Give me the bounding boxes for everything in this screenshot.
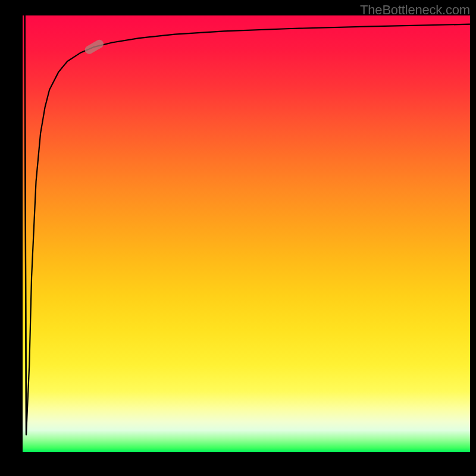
watermark-text: TheBottleneck.com [360, 2, 470, 18]
curve-marker [83, 38, 105, 55]
curve-line [25, 15, 470, 435]
chart-curve-layer [23, 15, 470, 452]
svg-rect-0 [83, 38, 105, 55]
spike-line [24, 15, 26, 435]
chart-plot-area [23, 15, 470, 452]
